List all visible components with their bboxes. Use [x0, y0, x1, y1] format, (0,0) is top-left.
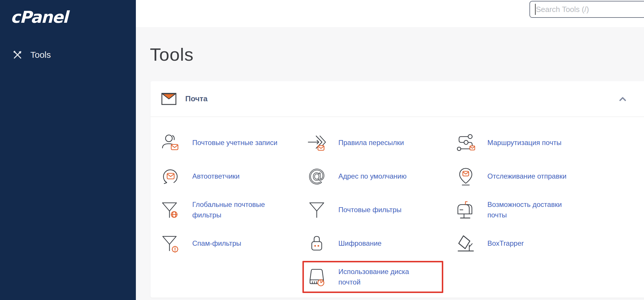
- tool-item-track-delivery: Отслеживание отправки: [456, 159, 644, 193]
- main-area: Tools Почта: [136, 0, 644, 300]
- tool-label: Маршрутизация почты: [487, 137, 561, 148]
- autoresponders-link[interactable]: Автоответчики: [161, 167, 240, 186]
- boxtrapper-link[interactable]: BoxTrapper: [456, 234, 524, 253]
- track-delivery-icon: [456, 167, 475, 186]
- email-accounts-link[interactable]: Почтовые учетные записи: [161, 133, 277, 152]
- spam-filters-icon: [161, 234, 180, 253]
- tool-item-boxtrapper: BoxTrapper: [456, 226, 644, 260]
- global-email-filters-icon: [161, 200, 180, 219]
- tool-item-email-accounts: Почтовые учетные записи: [161, 126, 307, 159]
- email-disk-usage-icon: [307, 268, 326, 286]
- tool-label: Правила пересылки: [338, 137, 404, 148]
- collapse-section-button[interactable]: [618, 95, 628, 102]
- tool-label: BoxTrapper: [487, 238, 524, 249]
- svg-text:@: @: [308, 167, 325, 185]
- mail-envelope-icon: [161, 93, 176, 105]
- tool-label: Возможность доставки почты: [487, 199, 578, 220]
- spam-filters-link[interactable]: Спам-фильтры: [161, 234, 241, 253]
- tool-label: Почтовые фильтры: [338, 205, 401, 215]
- mail-section-card: Почта: [150, 81, 644, 298]
- encryption-icon: [307, 234, 326, 253]
- tool-label: Глобальные почтовые фильтры: [192, 199, 283, 220]
- cpanel-logo: cPanel: [11, 8, 68, 27]
- sidebar-item-label: Tools: [30, 50, 51, 60]
- forwarders-icon: [307, 133, 326, 152]
- section-title: Почта: [185, 94, 207, 103]
- tool-label: Адрес по умолчанию: [338, 171, 406, 182]
- tool-item-encryption: Шифрование: [307, 226, 456, 260]
- sidebar: cPanel Tools: [0, 0, 136, 300]
- tool-label: Спам-фильтры: [192, 238, 241, 249]
- tool-item-email-disk-usage: Использование диска почтой: [307, 260, 456, 294]
- email-disk-usage-link highlight-box[interactable]: Использование диска почтой: [302, 261, 443, 293]
- tool-label: Отслеживание отправки: [487, 171, 567, 182]
- tools-icon: [12, 50, 23, 60]
- global-email-filters-link[interactable]: Глобальные почтовые фильтры: [161, 199, 283, 220]
- tool-item-email-routing: Маршрутизация почты: [456, 126, 644, 159]
- tool-item-default-address: @ Адрес по умолчанию: [307, 159, 456, 193]
- sidebar-item-tools[interactable]: Tools: [0, 47, 136, 63]
- mail-section-header: Почта: [150, 81, 644, 117]
- default-address-icon: @: [307, 167, 326, 186]
- track-delivery-link[interactable]: Отслеживание отправки: [456, 167, 567, 186]
- tool-label: Автоответчики: [192, 171, 240, 182]
- tool-item-spam-filters: Спам-фильтры: [161, 226, 307, 260]
- tool-item-email-deliverability: Возможность доставки почты: [456, 193, 644, 226]
- tool-label: Использование диска почтой: [338, 266, 429, 287]
- forwarders-link[interactable]: Правила пересылки: [307, 133, 404, 152]
- page-title: Tools: [150, 44, 644, 65]
- boxtrapper-icon: [456, 234, 475, 253]
- tool-item-global-email-filters: Глобальные почтовые фильтры: [161, 193, 307, 226]
- autoresponders-icon: [161, 167, 180, 186]
- tool-item-forwarders: Правила пересылки: [307, 126, 456, 159]
- grid-spacer: [161, 260, 307, 294]
- search-input[interactable]: [529, 1, 644, 18]
- topbar: [136, 0, 644, 27]
- tool-grid: Почтовые учетные записи Правила пересылк: [150, 117, 644, 298]
- email-deliverability-icon: [456, 200, 475, 219]
- email-filters-link[interactable]: Почтовые фильтры: [307, 200, 401, 219]
- encryption-link[interactable]: Шифрование: [307, 234, 382, 253]
- text-cursor: [535, 4, 536, 15]
- tool-item-email-filters: Почтовые фильтры: [307, 193, 456, 226]
- email-routing-icon: [456, 133, 475, 152]
- email-accounts-icon: [161, 133, 180, 152]
- email-deliverability-link[interactable]: Возможность доставки почты: [456, 199, 578, 220]
- tool-label: Шифрование: [338, 238, 382, 249]
- email-routing-link[interactable]: Маршрутизация почты: [456, 133, 561, 152]
- chevron-up-icon: [618, 95, 628, 102]
- tool-item-autoresponders: Автоответчики: [161, 159, 307, 193]
- email-filters-icon: [307, 200, 326, 219]
- default-address-link[interactable]: @ Адрес по умолчанию: [307, 167, 406, 186]
- tool-label: Почтовые учетные записи: [192, 137, 277, 148]
